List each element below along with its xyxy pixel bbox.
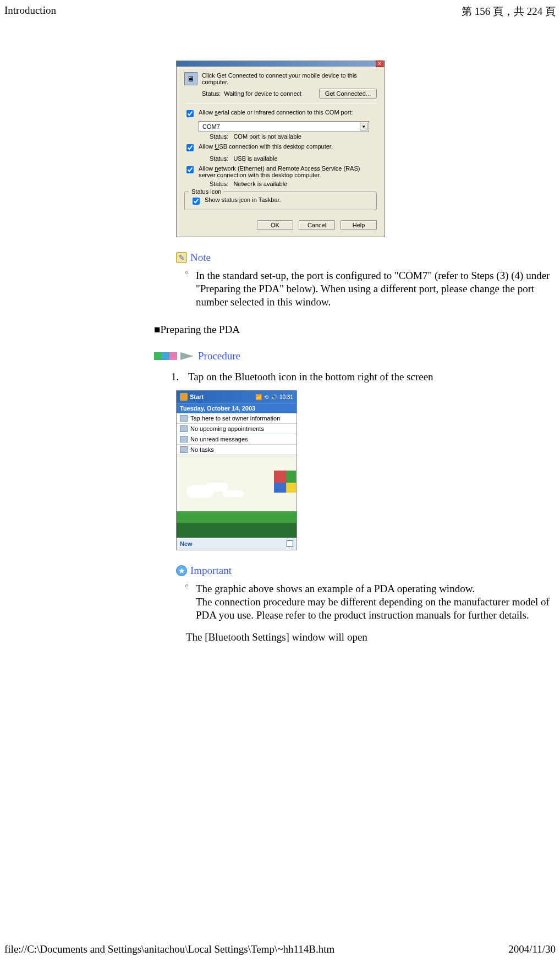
- usb-checkbox-row[interactable]: Allow USB connection with this desktop c…: [184, 143, 377, 153]
- page-title: Introduction: [4, 4, 56, 19]
- pda-bottom-bar: New: [177, 538, 297, 550]
- task-text: No tasks: [190, 446, 214, 453]
- sync-icon: ⟲: [264, 394, 268, 400]
- note-label: Note: [190, 252, 211, 264]
- network-status: Network is available: [233, 181, 287, 187]
- note-text: In the standard set-up, the port is conf…: [180, 269, 560, 308]
- bluetooth-icon[interactable]: [287, 540, 293, 547]
- pda-date: Tuesday, October 14, 2003: [177, 403, 297, 413]
- status-word: Status:: [210, 133, 228, 140]
- important-label: Important: [190, 565, 232, 577]
- important-text: The graphic above shows an example of a …: [180, 582, 560, 621]
- com-port-value: COM7: [202, 123, 220, 130]
- procedure-icon: [154, 352, 177, 360]
- status-icon-group: Status icon Show status icon in Taskbar.: [184, 192, 377, 210]
- windows-flag-icon: [180, 393, 188, 401]
- status-label: Status:: [202, 90, 221, 97]
- envelope-icon: [180, 436, 188, 442]
- owner-row[interactable]: Tap here to set owner information: [177, 413, 297, 424]
- speaker-icon: 🔊: [271, 394, 277, 400]
- cloud-icon: [186, 485, 214, 498]
- msg-row[interactable]: No unread messages: [177, 434, 297, 445]
- network-checkbox-label: Allow network (Ethernet) and Remote Acce…: [199, 165, 377, 178]
- important-line1: The graphic above shows an example of a …: [196, 583, 475, 594]
- status-word-2: Status:: [210, 155, 228, 162]
- clock: 10:31: [279, 394, 293, 400]
- important-icon: ★: [176, 565, 187, 576]
- procedure-label: Procedure: [198, 350, 240, 362]
- tray-checkbox[interactable]: [193, 198, 200, 205]
- arrow-right-icon: [180, 352, 194, 360]
- titlebar: ×: [177, 61, 385, 67]
- chevron-down-icon[interactable]: ▾: [360, 123, 367, 130]
- serial-checkbox[interactable]: [186, 110, 194, 117]
- close-icon[interactable]: ×: [376, 61, 383, 67]
- signal-icon: 📶: [255, 394, 262, 400]
- help-button[interactable]: Help: [341, 220, 377, 230]
- cancel-button[interactable]: Cancel: [299, 220, 335, 230]
- start-label: Start: [190, 393, 204, 400]
- device-icon: 🖥: [184, 72, 197, 85]
- serial-checkbox-row[interactable]: Allow serial cable or infrared connectio…: [184, 109, 377, 119]
- usb-checkbox[interactable]: [186, 144, 194, 151]
- usb-status: USB is available: [233, 155, 277, 162]
- usb-checkbox-label: Allow USB connection with this desktop c…: [199, 143, 333, 150]
- network-checkbox-row[interactable]: Allow network (Ethernet) and Remote Acce…: [184, 165, 377, 178]
- calendar-icon: [180, 425, 188, 432]
- connection-settings-dialog: × 🖥 Click Get Connected to connect your …: [176, 61, 385, 237]
- owner-icon: [180, 415, 188, 422]
- get-connected-button[interactable]: Get Connected...: [319, 89, 377, 99]
- new-button[interactable]: New: [180, 540, 193, 547]
- owner-text: Tap here to set owner information: [190, 415, 280, 422]
- serial-checkbox-label: Allow serial cable or infrared connectio…: [199, 109, 353, 116]
- network-checkbox[interactable]: [186, 166, 194, 173]
- ok-button[interactable]: OK: [257, 220, 293, 230]
- appt-text: No upcoming appointments: [190, 425, 264, 432]
- dialog-message: Click Get Connected to connect your mobi…: [202, 72, 377, 85]
- content-region: × 🖥 Click Get Connected to connect your …: [143, 61, 560, 643]
- start-button[interactable]: Start: [180, 393, 204, 401]
- pda-wallpaper: ◼: [177, 455, 297, 538]
- tray-checkbox-label: Show status icon in Taskbar.: [205, 196, 281, 203]
- msg-text: No unread messages: [190, 436, 248, 442]
- group-legend: Status icon: [189, 188, 223, 195]
- pda-screenshot: Start 📶 ⟲ 🔊 10:31 Tuesday, October 14, 2…: [176, 390, 297, 550]
- com-port-combo[interactable]: COM7 ▾: [199, 121, 369, 132]
- task-row[interactable]: No tasks: [177, 445, 297, 455]
- trailing-line: The [Bluetooth Settings] window will ope…: [186, 631, 560, 643]
- page-date: 2004/11/30: [508, 943, 556, 955]
- serial-status: COM port is not available: [233, 133, 301, 140]
- page-counter: 第 156 頁，共 224 頁: [462, 4, 556, 19]
- tray-checkbox-row[interactable]: Show status icon in Taskbar.: [190, 196, 371, 206]
- status-value: Waiting for device to connect: [224, 90, 301, 97]
- step-1: Tap on the Bluetooth icon in the bottom …: [182, 371, 560, 384]
- important-line2: The connection procedure may be differen…: [196, 596, 550, 621]
- note-icon: ✎: [176, 252, 187, 263]
- status-word-3: Status:: [210, 181, 228, 187]
- appt-row[interactable]: No upcoming appointments: [177, 424, 297, 434]
- section-heading: Preparing the PDA: [154, 324, 560, 336]
- file-path: file://C:\Documents and Settings\anitach…: [4, 943, 334, 955]
- windows-logo-icon: ◼: [272, 464, 288, 486]
- task-icon: [180, 446, 188, 453]
- pda-taskbar: Start 📶 ⟲ 🔊 10:31: [177, 391, 297, 403]
